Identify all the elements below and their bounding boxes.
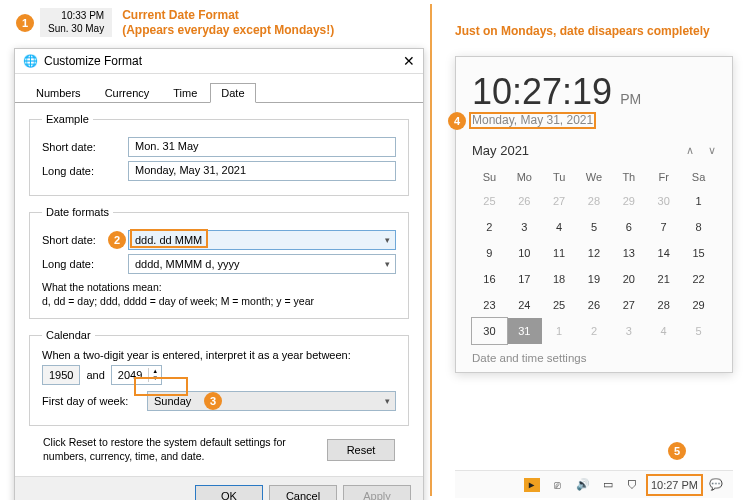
short-date-format-combo[interactable]: ddd. dd MMM ▾ <box>128 230 396 250</box>
dow-header: Tu <box>542 166 577 188</box>
security-icon[interactable]: ⛉ <box>626 479 640 491</box>
calendar-day[interactable]: 12 <box>577 240 612 266</box>
close-icon[interactable]: ✕ <box>403 53 415 69</box>
arrow-down-icon[interactable]: ▼ <box>149 375 161 382</box>
calendar-day[interactable]: 19 <box>577 266 612 292</box>
reset-help: Click Reset to restore the system defaul… <box>43 436 293 463</box>
example-group: Example Short date: Mon. 31 May Long dat… <box>29 113 409 196</box>
calendar-day[interactable]: 24 <box>507 292 542 318</box>
calendar-day[interactable]: 13 <box>611 240 646 266</box>
chevron-down-icon: ▾ <box>379 259 395 269</box>
arrow-up-icon[interactable]: ▲ <box>149 368 161 375</box>
reset-button[interactable]: Reset <box>327 439 395 461</box>
globe-icon: 🌐 <box>23 54 38 68</box>
flyout-time: 10:27:19 <box>472 71 612 113</box>
dow-header: Fr <box>646 166 681 188</box>
calendar-day[interactable]: 25 <box>472 188 507 214</box>
calendar-day[interactable]: 5 <box>681 318 716 344</box>
year-to-spinner[interactable]: 2049 ▲▼ <box>111 365 162 385</box>
long-date-format-value: dddd, MMMM d, yyyy <box>129 258 379 270</box>
tab-date[interactable]: Date <box>210 83 255 103</box>
calendar-day[interactable]: 11 <box>542 240 577 266</box>
first-day-combo[interactable]: Sunday ▾ <box>147 391 396 411</box>
calendar-day[interactable]: 30 <box>472 318 507 344</box>
calendar-day[interactable]: 23 <box>472 292 507 318</box>
calendar-day[interactable]: 20 <box>611 266 646 292</box>
calendar-day[interactable]: 22 <box>681 266 716 292</box>
calendar-day[interactable]: 26 <box>507 188 542 214</box>
chevron-down-icon: ▾ <box>379 396 395 406</box>
calendar-day[interactable]: 17 <box>507 266 542 292</box>
calendar-day[interactable]: 2 <box>577 318 612 344</box>
calendar-day[interactable]: 4 <box>646 318 681 344</box>
dow-header: Th <box>611 166 646 188</box>
date-formats-legend: Date formats <box>42 206 113 218</box>
tab-numbers[interactable]: Numbers <box>25 83 92 103</box>
cast-icon[interactable]: ⎚ <box>551 479 565 491</box>
calendar-month-header[interactable]: May 2021 <box>472 143 529 158</box>
long-date-format-combo[interactable]: dddd, MMMM d, yyyy ▾ <box>128 254 396 274</box>
calendar-day[interactable]: 21 <box>646 266 681 292</box>
calendar-day[interactable]: 4 <box>542 214 577 240</box>
calendar-day[interactable]: 16 <box>472 266 507 292</box>
calendar-day[interactable]: 15 <box>681 240 716 266</box>
calendar-day[interactable]: 29 <box>611 188 646 214</box>
long-date-example-value: Monday, May 31, 2021 <box>128 161 396 181</box>
notation-help: What the notations mean: d, dd = day; dd… <box>42 280 396 308</box>
notifications-icon[interactable]: 💬 <box>709 478 723 491</box>
calendar-day[interactable]: 30 <box>646 188 681 214</box>
annotation-badge-5: 5 <box>668 442 686 460</box>
cancel-button[interactable]: Cancel <box>269 485 337 500</box>
calendar-day[interactable]: 26 <box>577 292 612 318</box>
calendar-legend: Calendar <box>42 329 95 341</box>
calendar-day[interactable]: 6 <box>611 214 646 240</box>
tray-date: Sun. 30 May <box>48 23 104 36</box>
first-day-value: Sunday <box>148 395 379 407</box>
calendar-day[interactable]: 2 <box>472 214 507 240</box>
short-date-example-value: Mon. 31 May <box>128 137 396 157</box>
example-legend: Example <box>42 113 93 125</box>
long-date-example-label: Long date: <box>42 165 128 177</box>
tab-currency[interactable]: Currency <box>94 83 161 103</box>
date-formats-group: Date formats Short date: 2 ddd. dd MMM ▾… <box>29 206 409 319</box>
calendar-day[interactable]: 9 <box>472 240 507 266</box>
dialog-title: Customize Format <box>44 54 142 68</box>
calendar-day[interactable]: 1 <box>542 318 577 344</box>
calendar-day[interactable]: 27 <box>611 292 646 318</box>
customize-format-dialog: 🌐 Customize Format ✕ NumbersCurrencyTime… <box>14 48 424 500</box>
taskbar-clock[interactable]: 10:27 PM <box>651 479 698 491</box>
dow-header: Su <box>472 166 507 188</box>
calendar-day[interactable]: 1 <box>681 188 716 214</box>
tray-clock-preview: 10:33 PM Sun. 30 May <box>40 8 112 37</box>
date-time-settings-link[interactable]: Date and time settings <box>472 352 716 364</box>
calendar-next-icon[interactable]: ∨ <box>708 144 716 157</box>
calendar-day[interactable]: 31 <box>507 318 542 344</box>
tablet-mode-icon[interactable]: ▭ <box>601 478 615 491</box>
calendar-day[interactable]: 27 <box>542 188 577 214</box>
annotation-text-2: Just on Mondays, date disapears complete… <box>455 24 710 38</box>
calendar-day[interactable]: 3 <box>507 214 542 240</box>
annotation-badge-2: 2 <box>108 231 126 249</box>
calendar-day[interactable]: 8 <box>681 214 716 240</box>
short-date-format-value: ddd. dd MMM <box>129 234 379 246</box>
calendar-day[interactable]: 5 <box>577 214 612 240</box>
flyout-clock: 10:27:19 PM <box>472 71 716 113</box>
calendar-day[interactable]: 7 <box>646 214 681 240</box>
calendar-day[interactable]: 18 <box>542 266 577 292</box>
tray-time: 10:33 PM <box>48 10 104 23</box>
volume-icon[interactable]: 🔊 <box>576 478 590 491</box>
calendar-day[interactable]: 14 <box>646 240 681 266</box>
media-tray-icon[interactable]: ▸ <box>524 478 540 492</box>
taskbar-tray: ▸ ⎚ 🔊 ▭ ⛉ 10:27 PM 💬 <box>455 470 733 498</box>
calendar-day[interactable]: 29 <box>681 292 716 318</box>
calendar-day[interactable]: 28 <box>646 292 681 318</box>
calendar-day[interactable]: 3 <box>611 318 646 344</box>
apply-button[interactable]: Apply <box>343 485 411 500</box>
calendar-day[interactable]: 10 <box>507 240 542 266</box>
and-label: and <box>86 369 104 381</box>
calendar-prev-icon[interactable]: ∧ <box>686 144 694 157</box>
calendar-day[interactable]: 28 <box>577 188 612 214</box>
calendar-day[interactable]: 25 <box>542 292 577 318</box>
ok-button[interactable]: OK <box>195 485 263 500</box>
tab-time[interactable]: Time <box>162 83 208 103</box>
